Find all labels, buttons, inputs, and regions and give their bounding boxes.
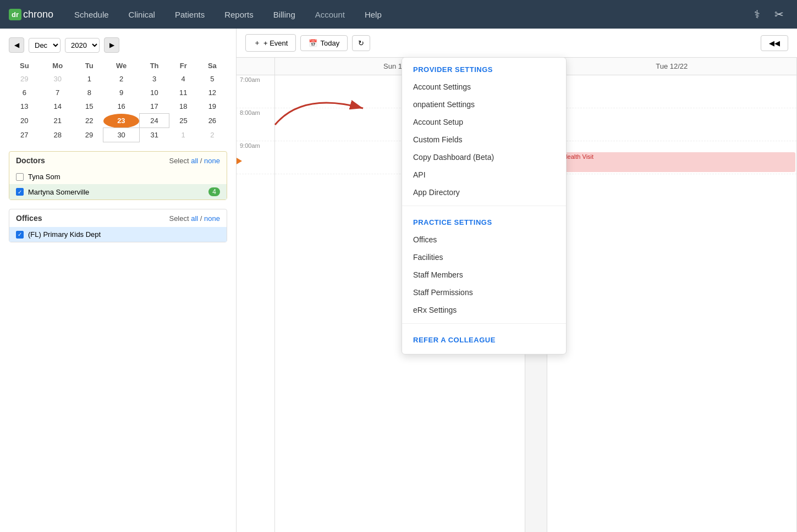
day-col-tue[interactable]: TeleHealth Visit <box>547 75 798 532</box>
today-button[interactable]: 📅 Today <box>300 35 348 51</box>
offices-section: Offices Select all / none (FL) Primary K… <box>9 209 227 242</box>
cal-date[interactable]: 31 <box>139 128 169 142</box>
cal-day-su: Su <box>9 59 40 72</box>
doctors-select-all[interactable]: all <box>191 157 198 165</box>
cal-day-fr: Fr <box>169 59 197 72</box>
cal-date[interactable]: 29 <box>75 128 103 142</box>
add-event-button[interactable]: ＋ + Event <box>245 34 296 52</box>
time-spacer <box>237 58 275 75</box>
cal-date[interactable]: 18 <box>169 99 197 114</box>
calendar-next-button[interactable]: ▶ <box>104 37 119 53</box>
offices-header: Offices Select all / none <box>9 209 227 227</box>
caduceus-icon: ⚕ <box>750 8 765 21</box>
time-labels: 7:00am 8:00am 9:00am <box>237 75 275 532</box>
practice-settings-title: PRACTICE SETTINGS <box>402 210 566 231</box>
top-navigation: dr chrono Schedule Clinical Patients Rep… <box>0 0 797 29</box>
refresh-button[interactable]: ↻ <box>352 35 370 51</box>
doctor-checkbox-martyna[interactable] <box>16 188 24 196</box>
cal-date[interactable]: 11 <box>169 86 197 99</box>
tue-slot-7[interactable] <box>547 75 797 108</box>
cal-date[interactable]: 30 <box>103 128 140 142</box>
cal-date[interactable]: 30 <box>40 72 75 86</box>
nav-help[interactable]: Help <box>355 0 392 29</box>
cal-date[interactable]: 25 <box>169 114 197 128</box>
dropdown-refer-colleague[interactable]: REFER A COLLEAGUE <box>402 328 566 352</box>
doctor-name-martyna: Martyna Somerville <box>28 188 89 196</box>
dropdown-facilities[interactable]: Facilities <box>402 248 566 266</box>
cal-date[interactable]: 8 <box>75 86 103 99</box>
back-week-button[interactable]: ◀◀ <box>761 35 788 51</box>
doctors-select-none[interactable]: none <box>204 157 220 165</box>
office-name-fl: (FL) Primary Kids Dept <box>28 230 101 239</box>
nav-reports[interactable]: Reports <box>215 0 263 29</box>
month-select[interactable]: Dec <box>29 38 61 53</box>
doctor-item-tyna[interactable]: Tyna Som <box>9 169 227 184</box>
cal-date[interactable]: 1 <box>169 128 197 142</box>
cal-date[interactable]: 4 <box>169 72 197 86</box>
doctor-checkbox-tyna[interactable] <box>16 173 24 181</box>
cal-date[interactable]: 22 <box>75 114 103 128</box>
telehealth-event[interactable]: TeleHealth Visit <box>548 152 796 172</box>
offices-select-all[interactable]: all <box>191 214 198 223</box>
tue-slot-8[interactable] <box>547 108 797 141</box>
main-area: ◀ Dec 2020 ▶ Su Mo Tu We Th Fr Sa <box>0 29 797 532</box>
plus-icon: ＋ <box>254 38 261 48</box>
cal-date[interactable]: 6 <box>9 86 40 99</box>
cal-date[interactable]: 15 <box>75 99 103 114</box>
cal-date[interactable]: 27 <box>9 128 40 142</box>
cal-date[interactable]: 19 <box>197 99 227 114</box>
cal-date[interactable]: 5 <box>197 72 227 86</box>
cal-day-th: Th <box>139 59 169 72</box>
dropdown-custom-fields[interactable]: Custom Fields <box>402 131 566 148</box>
logo[interactable]: dr chrono <box>9 9 53 20</box>
doctor-item-martyna[interactable]: Martyna Somerville 4 <box>9 184 227 199</box>
cal-date[interactable]: 1 <box>75 72 103 86</box>
nav-patients[interactable]: Patients <box>165 0 215 29</box>
dropdown-api[interactable]: API <box>402 166 566 184</box>
cal-date[interactable]: 12 <box>197 86 227 99</box>
cal-date[interactable]: 9 <box>103 86 140 99</box>
dropdown-staff-members[interactable]: Staff Members <box>402 266 566 284</box>
cal-date[interactable]: 10 <box>139 86 169 99</box>
cal-day-we: We <box>103 59 140 72</box>
cal-date[interactable]: 28 <box>40 128 75 142</box>
account-dropdown-menu: PROVIDER SETTINGS Account Settings onpat… <box>402 57 567 354</box>
cal-date-today[interactable]: 23 <box>103 114 140 128</box>
office-checkbox-fl[interactable] <box>16 231 24 239</box>
dropdown-onpatient-settings[interactable]: onpatient Settings <box>402 96 566 113</box>
cal-date[interactable]: 14 <box>40 99 75 114</box>
dropdown-erx-settings[interactable]: eRx Settings <box>402 301 566 319</box>
doctors-select-links: Select all / none <box>169 157 220 165</box>
cal-day-sa: Sa <box>197 59 227 72</box>
nav-right-icons: ⚕ ✂ <box>750 8 788 21</box>
office-item-fl[interactable]: (FL) Primary Kids Dept <box>9 227 227 242</box>
cal-date[interactable]: 17 <box>139 99 169 114</box>
dropdown-copy-dashboard[interactable]: Copy Dashboard (Beta) <box>402 148 566 166</box>
cal-date[interactable]: 16 <box>103 99 140 114</box>
cal-date[interactable]: 21 <box>40 114 75 128</box>
cal-date[interactable]: 7 <box>40 86 75 99</box>
cal-date[interactable]: 26 <box>197 114 227 128</box>
tue-slot-9[interactable]: TeleHealth Visit <box>547 141 797 174</box>
year-select[interactable]: 2020 <box>65 38 100 53</box>
nav-clinical[interactable]: Clinical <box>119 0 165 29</box>
calendar-prev-button[interactable]: ◀ <box>9 37 24 53</box>
dropdown-staff-permissions[interactable]: Staff Permissions <box>402 284 566 301</box>
cal-date[interactable]: 2 <box>197 128 227 142</box>
nav-billing[interactable]: Billing <box>263 0 305 29</box>
nav-menu: Schedule Clinical Patients Reports Billi… <box>64 0 750 29</box>
cal-date[interactable]: 2 <box>103 72 140 86</box>
dropdown-account-setup[interactable]: Account Setup <box>402 113 566 131</box>
nav-account[interactable]: Account <box>305 0 355 29</box>
cal-date[interactable]: 20 <box>9 114 40 128</box>
dropdown-offices[interactable]: Offices <box>402 231 566 248</box>
cal-date[interactable]: 3 <box>139 72 169 86</box>
cal-date[interactable]: 29 <box>9 72 40 86</box>
dropdown-app-directory[interactable]: App Directory <box>402 184 566 201</box>
offices-select-none[interactable]: none <box>204 214 220 223</box>
nav-schedule[interactable]: Schedule <box>64 0 119 29</box>
dropdown-account-settings[interactable]: Account Settings <box>402 78 566 96</box>
cal-day-mo: Mo <box>40 59 75 72</box>
cal-date[interactable]: 24 <box>139 114 169 128</box>
cal-date[interactable]: 13 <box>9 99 40 114</box>
